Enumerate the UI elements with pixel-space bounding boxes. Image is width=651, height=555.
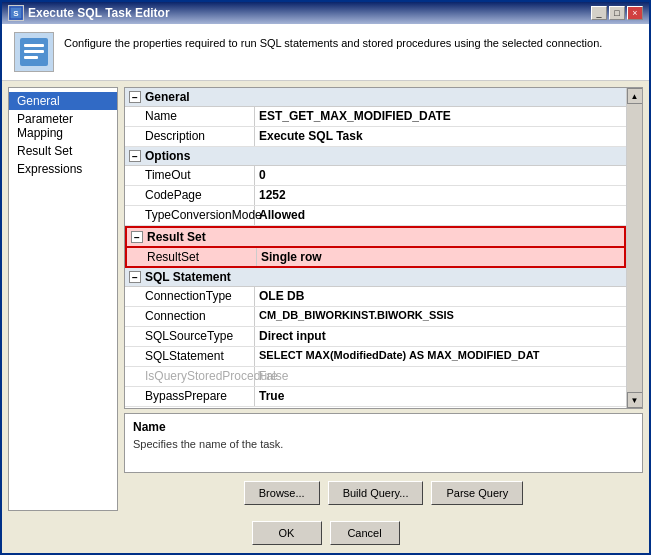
left-nav: General Parameter Mapping Result Set Exp… [8,87,118,511]
prop-row-description: Description Execute SQL Task [125,127,626,147]
description-text: Specifies the name of the task. [133,438,634,450]
section-options-label: Options [145,149,190,163]
collapse-resultset-icon[interactable]: − [131,231,143,243]
prop-name-value: EST_GET_MAX_MODIFIED_DATE [255,107,626,126]
main-content: General Parameter Mapping Result Set Exp… [2,81,649,517]
prop-sqlstatement-label: SQLStatement [125,347,255,366]
prop-resultset-label: ResultSet [127,248,257,266]
properties-area: − General Name EST_GET_MAX_MODIFIED_DATE… [124,87,643,409]
section-sql-label: SQL Statement [145,270,231,284]
prop-row-typeconversion: TypeConversionMode Allowed [125,206,626,226]
title-bar-left: S Execute SQL Task Editor [8,5,170,21]
svg-text:S: S [13,9,19,18]
prop-row-sqlsourcetype: SQLSourceType Direct input [125,327,626,347]
prop-timeout-value: 0 [255,166,626,185]
browse-button[interactable]: Browse... [244,481,320,505]
build-query-button[interactable]: Build Query... [328,481,424,505]
prop-row-resultset: ResultSet Single row [125,248,626,268]
prop-description-value: Execute SQL Task [255,127,626,146]
prop-row-connection: Connection CM_DB_BIWORKINST.BIWORK_SSIS [125,307,626,327]
section-sql-statement[interactable]: − SQL Statement [125,268,626,287]
execute-sql-task-editor-window: S Execute SQL Task Editor _ □ × Configur… [0,0,651,555]
window-icon: S [8,5,24,21]
prop-resultset-value: Single row [257,248,624,266]
nav-item-expressions[interactable]: Expressions [9,160,117,178]
scroll-up-button[interactable]: ▲ [627,88,643,104]
svg-rect-5 [24,56,38,59]
prop-row-codepage: CodePage 1252 [125,186,626,206]
prop-connection-label: Connection [125,307,255,326]
minimize-button[interactable]: _ [591,6,607,20]
prop-row-sqlstatement: SQLStatement SELECT MAX(ModifiedDate) AS… [125,347,626,367]
prop-name-label: Name [125,107,255,126]
prop-bypassprepare-label: BypassPrepare [125,387,255,406]
prop-row-bypassprepare: BypassPrepare True [125,387,626,407]
section-general[interactable]: − General [125,88,626,107]
prop-codepage-value: 1252 [255,186,626,205]
collapse-sql-icon[interactable]: − [129,271,141,283]
cancel-button[interactable]: Cancel [330,521,400,545]
prop-row-timeout: TimeOut 0 [125,166,626,186]
prop-typeconversion-label: TypeConversionMode [125,206,255,225]
collapse-options-icon[interactable]: − [129,150,141,162]
prop-connection-value: CM_DB_BIWORKINST.BIWORK_SSIS [255,307,626,326]
props-table-wrapper: − General Name EST_GET_MAX_MODIFIED_DATE… [125,88,642,408]
prop-row-isstoredprocedure: IsQueryStoredProcedure False [125,367,626,387]
prop-isstoredprocedure-value: False [255,367,626,386]
header-description: Configure the properties required to run… [64,32,602,51]
close-button[interactable]: × [627,6,643,20]
header-area: Configure the properties required to run… [2,24,649,81]
dialog-button-row: OK Cancel [2,517,649,553]
prop-row-connectiontype: ConnectionType OLE DB [125,287,626,307]
prop-sqlsourcetype-value: Direct input [255,327,626,346]
svg-rect-4 [24,50,44,53]
right-panel: − General Name EST_GET_MAX_MODIFIED_DATE… [124,87,643,511]
ok-button[interactable]: OK [252,521,322,545]
title-bar-buttons: _ □ × [591,6,643,20]
scroll-down-button[interactable]: ▼ [627,392,643,408]
prop-bypassprepare-value: True [255,387,626,406]
section-resultset-label: Result Set [147,230,206,244]
prop-sqlsourcetype-label: SQLSourceType [125,327,255,346]
vertical-scrollbar[interactable]: ▲ ▼ [626,88,642,408]
prop-codepage-label: CodePage [125,186,255,205]
description-area: Name Specifies the name of the task. [124,413,643,473]
nav-item-result-set[interactable]: Result Set [9,142,117,160]
prop-sqlstatement-value: SELECT MAX(ModifiedDate) AS MAX_MODIFIED… [255,347,626,366]
parse-query-button[interactable]: Parse Query [431,481,523,505]
section-general-label: General [145,90,190,104]
title-bar: S Execute SQL Task Editor _ □ × [2,2,649,24]
prop-timeout-label: TimeOut [125,166,255,185]
props-content[interactable]: − General Name EST_GET_MAX_MODIFIED_DATE… [125,88,626,408]
section-options[interactable]: − Options [125,147,626,166]
nav-item-parameter-mapping[interactable]: Parameter Mapping [9,110,117,142]
prop-description-label: Description [125,127,255,146]
svg-rect-3 [24,44,44,47]
collapse-general-icon[interactable]: − [129,91,141,103]
prop-connectiontype-value: OLE DB [255,287,626,306]
nav-item-general[interactable]: General [9,92,117,110]
prop-isstoredprocedure-label: IsQueryStoredProcedure [125,367,255,386]
action-button-row: Browse... Build Query... Parse Query [124,477,643,511]
prop-typeconversion-value: Allowed [255,206,626,225]
section-result-set[interactable]: − Result Set [125,226,626,248]
maximize-button[interactable]: □ [609,6,625,20]
prop-connectiontype-label: ConnectionType [125,287,255,306]
window-title: Execute SQL Task Editor [28,6,170,20]
prop-row-name: Name EST_GET_MAX_MODIFIED_DATE [125,107,626,127]
description-title: Name [133,420,634,434]
header-icon [14,32,54,72]
